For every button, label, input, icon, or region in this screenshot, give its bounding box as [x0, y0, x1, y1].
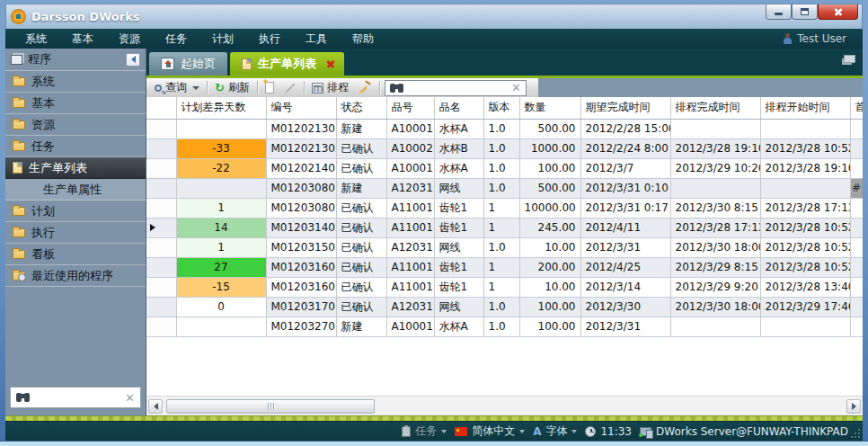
table-row[interactable]: 1M012030802已确认A11001齿轮1110000.002012/3/3…: [146, 198, 863, 218]
menu-item-帮助[interactable]: 帮助: [340, 31, 386, 47]
sidebar-item-生产单属性[interactable]: 生产单属性: [5, 179, 146, 201]
column-header-truncated[interactable]: 首: [850, 97, 863, 119]
cell-quantity: 100.00: [519, 317, 580, 336]
table-row[interactable]: M012021301新建A10001水杯A1.0500.002012/2/28 …: [146, 119, 863, 138]
scroll-right-button[interactable]: [846, 399, 861, 414]
cell-sched_start: 2012/3/28 13:40: [760, 277, 850, 297]
cell-order_no: M012030801: [266, 178, 336, 198]
column-header-sched_start[interactable]: 排程开始时间: [760, 97, 850, 119]
tab-start-page[interactable]: 起始页: [149, 52, 227, 76]
new-button[interactable]: [262, 81, 277, 94]
resize-grip-icon[interactable]: [851, 429, 860, 438]
table-row[interactable]: 27M012031601已确认A11001齿轮11200.002012/4/25…: [146, 257, 863, 277]
column-header-version[interactable]: 版本: [483, 97, 519, 119]
restore-button[interactable]: [792, 4, 818, 20]
close-button[interactable]: [818, 4, 858, 20]
sidebar-item-执行[interactable]: 执行: [5, 222, 146, 244]
chevron-down-icon: [571, 430, 577, 433]
row-selector-cell[interactable]: [146, 297, 176, 317]
scrollbar-track[interactable]: [164, 399, 845, 414]
row-selector-cell[interactable]: [146, 237, 176, 257]
tab-close-icon[interactable]: [326, 59, 335, 68]
column-header-diff_days[interactable]: 计划差异天数: [176, 97, 266, 119]
status-font-menu[interactable]: A 字体: [533, 424, 577, 439]
row-selector-cell[interactable]: [146, 257, 176, 277]
row-selector-cell[interactable]: [146, 277, 176, 297]
menu-item-资源[interactable]: 资源: [106, 31, 153, 47]
column-header-item_no[interactable]: 品号: [386, 97, 434, 119]
sidebar-item-任务[interactable]: 任务: [5, 136, 146, 157]
clean-button[interactable]: [356, 81, 375, 95]
sidebar-item-生产单列表[interactable]: 生产单列表: [5, 157, 146, 179]
table-row[interactable]: M012030801新建A12031网线1.0500.002012/3/31 0…: [146, 178, 863, 198]
clear-icon[interactable]: ✕: [125, 392, 135, 404]
cell-sched_finish: [670, 317, 760, 336]
edit-button[interactable]: [281, 86, 299, 90]
toolbar-separator: [379, 81, 380, 94]
toolbar-search-input[interactable]: [408, 82, 507, 94]
table-row[interactable]: 14M012031402已确认A11001齿轮11245.002012/4/11…: [146, 218, 863, 237]
column-header-expected_finish[interactable]: 期望完成时间: [580, 97, 670, 119]
cell-sched_finish: 2012/3/30 8:15: [670, 198, 760, 218]
refresh-button[interactable]: ↻ 刷新: [212, 79, 252, 96]
toolbar-separator: [257, 81, 258, 94]
menu-item-计划[interactable]: 计划: [199, 31, 246, 47]
sidebar-item-资源[interactable]: 资源: [5, 114, 146, 136]
table-row[interactable]: M012032701新建A10001水杯A1.0100.002012/3/31: [146, 317, 863, 336]
cell-quantity: 500.00: [519, 119, 580, 138]
cell-item_no: A10002: [386, 138, 434, 158]
column-header-status[interactable]: 状态: [336, 97, 386, 119]
cell-status: 新建: [336, 317, 386, 336]
sidebar-collapse-button[interactable]: [126, 53, 140, 67]
sidebar-item-计划[interactable]: 计划: [5, 201, 146, 222]
table-row[interactable]: 1M012031501已确认A12031网线1.010.002012/3/312…: [146, 237, 863, 257]
menu-item-系统[interactable]: 系统: [13, 31, 59, 47]
table-row[interactable]: 0M012031701已确认A12031网线1.0100.002012/3/30…: [146, 297, 863, 317]
column-header-quantity[interactable]: 数量: [519, 97, 580, 119]
menu-item-执行[interactable]: 执行: [246, 31, 293, 47]
clear-icon[interactable]: ✕: [511, 82, 521, 94]
user-badge[interactable]: Test User: [783, 32, 855, 45]
sidebar-item-基本[interactable]: 基本: [5, 93, 146, 114]
cell-sched_start: 2012/3/28 10:52: [760, 218, 850, 237]
row-selector-cell[interactable]: [146, 178, 176, 198]
sidebar-item-系统[interactable]: 系统: [5, 71, 146, 93]
table-row[interactable]: -22M012021401已确认A10001水杯A1.0100.002012/3…: [146, 158, 863, 178]
row-selector-cell[interactable]: [146, 138, 176, 158]
folder-icon: [13, 207, 25, 216]
horizontal-scrollbar[interactable]: [146, 396, 863, 415]
row-selector-cell[interactable]: [146, 317, 176, 336]
cell-item_no: A11001: [386, 198, 434, 218]
sidebar-item-看板[interactable]: 看板: [5, 244, 146, 265]
scroll-left-button[interactable]: [148, 399, 163, 414]
column-header-item_name[interactable]: 品名: [434, 97, 483, 119]
minimize-button[interactable]: [766, 4, 792, 20]
status-language-menu[interactable]: 简体中文: [455, 424, 525, 439]
row-selector-cell[interactable]: [146, 119, 176, 138]
column-header-order_no[interactable]: 编号: [266, 97, 336, 119]
sidebar-search-box: ✕: [10, 387, 141, 408]
row-selector-cell[interactable]: [146, 218, 176, 237]
cell-truncated: [850, 277, 863, 297]
row-selector-cell[interactable]: [146, 198, 176, 218]
table-row[interactable]: -33M012021302已确认A10002水杯B1.01000.002012/…: [146, 138, 863, 158]
query-button[interactable]: 查询: [152, 79, 202, 96]
sidebar-search-input[interactable]: [34, 391, 120, 404]
window-bottom-edge: [0, 441, 868, 446]
cell-truncated: [850, 218, 863, 237]
cell-item_name: 水杯A: [434, 158, 483, 178]
column-header-sched_finish[interactable]: 排程完成时间: [670, 97, 760, 119]
menu-item-基本[interactable]: 基本: [59, 31, 106, 47]
cell-expected_finish: 2012/2/28 15:00: [580, 119, 670, 138]
sidebar-item-最近使用的程序[interactable]: 最近使用的程序: [5, 265, 146, 287]
row-selector-cell[interactable]: [146, 158, 176, 178]
table-row[interactable]: -15M012031602已确认A11001齿轮1110.002012/3/14…: [146, 277, 863, 297]
status-task-menu[interactable]: 任务: [402, 424, 447, 439]
cell-version: 1: [483, 218, 519, 237]
menu-item-任务[interactable]: 任务: [153, 31, 199, 47]
scrollbar-thumb[interactable]: [166, 399, 375, 414]
tab-production-order-list[interactable]: 生产单列表: [230, 52, 344, 76]
float-window-icon[interactable]: [844, 55, 855, 63]
schedule-button[interactable]: 排程: [309, 79, 351, 96]
menu-item-工具[interactable]: 工具: [293, 31, 340, 47]
